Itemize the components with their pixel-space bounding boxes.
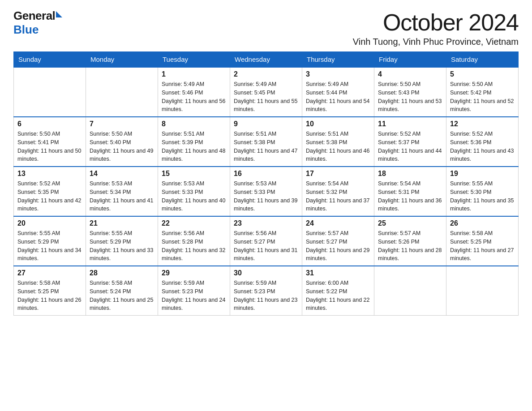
title-area: October 2024 Vinh Tuong, Vinh Phuc Provi…	[353, 9, 519, 47]
week-row-1: 1Sunrise: 5:49 AMSunset: 5:46 PMDaylight…	[14, 67, 519, 117]
calendar-table: SundayMondayTuesdayWednesdayThursdayFrid…	[13, 51, 519, 316]
calendar-cell	[14, 67, 86, 117]
day-number: 4	[378, 70, 442, 78]
day-info: Sunrise: 5:50 AMSunset: 5:43 PMDaylight:…	[378, 80, 442, 114]
day-number: 3	[306, 70, 370, 78]
calendar-cell: 31Sunrise: 6:00 AMSunset: 5:22 PMDayligh…	[302, 266, 374, 316]
day-info: Sunrise: 5:54 AMSunset: 5:31 PMDaylight:…	[378, 180, 442, 213]
day-number: 14	[90, 170, 154, 178]
day-number: 16	[234, 170, 298, 178]
day-number: 18	[378, 170, 442, 178]
day-info: Sunrise: 5:57 AMSunset: 5:27 PMDaylight:…	[306, 229, 370, 263]
day-info: Sunrise: 5:49 AMSunset: 5:46 PMDaylight:…	[162, 80, 226, 114]
day-number: 8	[162, 120, 226, 128]
day-number: 10	[306, 120, 370, 128]
day-info: Sunrise: 5:50 AMSunset: 5:42 PMDaylight:…	[450, 80, 515, 114]
calendar-cell: 26Sunrise: 5:58 AMSunset: 5:25 PMDayligh…	[446, 216, 519, 266]
day-number: 30	[234, 269, 298, 277]
calendar-cell: 14Sunrise: 5:53 AMSunset: 5:34 PMDayligh…	[86, 167, 158, 216]
day-info: Sunrise: 5:56 AMSunset: 5:27 PMDaylight:…	[234, 229, 298, 263]
logo-triangle-icon	[56, 11, 62, 17]
day-header-tuesday: Tuesday	[158, 52, 230, 68]
day-number: 27	[17, 269, 82, 277]
day-number: 1	[162, 70, 226, 78]
logo-general-text: General	[13, 9, 55, 23]
day-info: Sunrise: 5:54 AMSunset: 5:32 PMDaylight:…	[306, 180, 370, 213]
day-info: Sunrise: 5:53 AMSunset: 5:34 PMDaylight:…	[90, 180, 154, 213]
day-header-sunday: Sunday	[14, 52, 86, 68]
calendar-cell: 19Sunrise: 5:55 AMSunset: 5:30 PMDayligh…	[446, 167, 519, 216]
calendar-cell: 21Sunrise: 5:55 AMSunset: 5:29 PMDayligh…	[86, 216, 158, 266]
day-info: Sunrise: 5:58 AMSunset: 5:25 PMDaylight:…	[17, 279, 82, 313]
calendar-cell: 1Sunrise: 5:49 AMSunset: 5:46 PMDaylight…	[158, 67, 230, 117]
week-row-2: 6Sunrise: 5:50 AMSunset: 5:41 PMDaylight…	[14, 117, 519, 167]
day-info: Sunrise: 5:52 AMSunset: 5:35 PMDaylight:…	[17, 180, 82, 213]
day-info: Sunrise: 5:52 AMSunset: 5:37 PMDaylight:…	[378, 130, 442, 163]
day-number: 12	[450, 120, 515, 128]
day-number: 25	[378, 219, 442, 227]
day-info: Sunrise: 5:58 AMSunset: 5:25 PMDaylight:…	[450, 229, 515, 263]
week-row-3: 13Sunrise: 5:52 AMSunset: 5:35 PMDayligh…	[14, 167, 519, 216]
calendar-cell: 10Sunrise: 5:51 AMSunset: 5:38 PMDayligh…	[302, 117, 374, 167]
day-number: 11	[378, 120, 442, 128]
day-info: Sunrise: 5:50 AMSunset: 5:41 PMDaylight:…	[17, 130, 82, 163]
calendar-cell: 23Sunrise: 5:56 AMSunset: 5:27 PMDayligh…	[230, 216, 302, 266]
calendar-cell	[86, 67, 158, 117]
day-info: Sunrise: 5:51 AMSunset: 5:38 PMDaylight:…	[306, 130, 370, 163]
day-info: Sunrise: 5:55 AMSunset: 5:30 PMDaylight:…	[450, 180, 515, 213]
day-info: Sunrise: 5:56 AMSunset: 5:28 PMDaylight:…	[162, 229, 226, 263]
day-number: 22	[162, 219, 226, 227]
day-number: 17	[306, 170, 370, 178]
month-title: October 2024	[353, 9, 519, 36]
day-header-monday: Monday	[86, 52, 158, 68]
day-info: Sunrise: 5:49 AMSunset: 5:45 PMDaylight:…	[234, 80, 298, 114]
calendar-cell: 29Sunrise: 5:59 AMSunset: 5:23 PMDayligh…	[158, 266, 230, 316]
day-number: 23	[234, 219, 298, 227]
header-row: SundayMondayTuesdayWednesdayThursdayFrid…	[14, 52, 519, 68]
calendar-cell: 5Sunrise: 5:50 AMSunset: 5:42 PMDaylight…	[446, 67, 519, 117]
day-info: Sunrise: 5:59 AMSunset: 5:23 PMDaylight:…	[162, 279, 226, 313]
day-number: 29	[162, 269, 226, 277]
calendar-cell: 15Sunrise: 5:53 AMSunset: 5:33 PMDayligh…	[158, 167, 230, 216]
header: General Blue October 2024 Vinh Tuong, Vi…	[13, 9, 519, 47]
day-info: Sunrise: 5:53 AMSunset: 5:33 PMDaylight:…	[162, 180, 226, 213]
day-info: Sunrise: 5:50 AMSunset: 5:40 PMDaylight:…	[90, 130, 154, 163]
calendar-cell: 18Sunrise: 5:54 AMSunset: 5:31 PMDayligh…	[374, 167, 446, 216]
day-info: Sunrise: 5:57 AMSunset: 5:26 PMDaylight:…	[378, 229, 442, 263]
day-info: Sunrise: 5:58 AMSunset: 5:24 PMDaylight:…	[90, 279, 154, 313]
calendar-cell: 8Sunrise: 5:51 AMSunset: 5:39 PMDaylight…	[158, 117, 230, 167]
calendar-cell: 28Sunrise: 5:58 AMSunset: 5:24 PMDayligh…	[86, 266, 158, 316]
day-number: 19	[450, 170, 515, 178]
day-number: 15	[162, 170, 226, 178]
calendar-cell: 13Sunrise: 5:52 AMSunset: 5:35 PMDayligh…	[14, 167, 86, 216]
day-info: Sunrise: 5:51 AMSunset: 5:38 PMDaylight:…	[234, 130, 298, 163]
day-number: 31	[306, 269, 370, 277]
calendar-cell: 12Sunrise: 5:52 AMSunset: 5:36 PMDayligh…	[446, 117, 519, 167]
calendar-cell: 17Sunrise: 5:54 AMSunset: 5:32 PMDayligh…	[302, 167, 374, 216]
day-number: 13	[17, 170, 82, 178]
calendar-cell: 4Sunrise: 5:50 AMSunset: 5:43 PMDaylight…	[374, 67, 446, 117]
calendar-cell: 6Sunrise: 5:50 AMSunset: 5:41 PMDaylight…	[14, 117, 86, 167]
day-info: Sunrise: 6:00 AMSunset: 5:22 PMDaylight:…	[306, 279, 370, 313]
day-header-thursday: Thursday	[302, 52, 374, 68]
calendar-cell: 2Sunrise: 5:49 AMSunset: 5:45 PMDaylight…	[230, 67, 302, 117]
calendar-cell	[446, 266, 519, 316]
calendar-cell: 3Sunrise: 5:49 AMSunset: 5:44 PMDaylight…	[302, 67, 374, 117]
day-number: 7	[90, 120, 154, 128]
week-row-4: 20Sunrise: 5:55 AMSunset: 5:29 PMDayligh…	[14, 216, 519, 266]
day-info: Sunrise: 5:51 AMSunset: 5:39 PMDaylight:…	[162, 130, 226, 163]
day-info: Sunrise: 5:53 AMSunset: 5:33 PMDaylight:…	[234, 180, 298, 213]
week-row-5: 27Sunrise: 5:58 AMSunset: 5:25 PMDayligh…	[14, 266, 519, 316]
day-info: Sunrise: 5:55 AMSunset: 5:29 PMDaylight:…	[17, 229, 82, 263]
day-info: Sunrise: 5:55 AMSunset: 5:29 PMDaylight:…	[90, 229, 154, 263]
day-number: 21	[90, 219, 154, 227]
calendar-cell: 9Sunrise: 5:51 AMSunset: 5:38 PMDaylight…	[230, 117, 302, 167]
calendar-cell: 30Sunrise: 5:59 AMSunset: 5:23 PMDayligh…	[230, 266, 302, 316]
logo-area: General Blue	[13, 9, 62, 37]
logo: General	[13, 9, 62, 23]
logo-blue-text: Blue	[13, 23, 39, 37]
day-number: 24	[306, 219, 370, 227]
calendar-cell: 24Sunrise: 5:57 AMSunset: 5:27 PMDayligh…	[302, 216, 374, 266]
day-info: Sunrise: 5:49 AMSunset: 5:44 PMDaylight:…	[306, 80, 370, 114]
day-number: 9	[234, 120, 298, 128]
